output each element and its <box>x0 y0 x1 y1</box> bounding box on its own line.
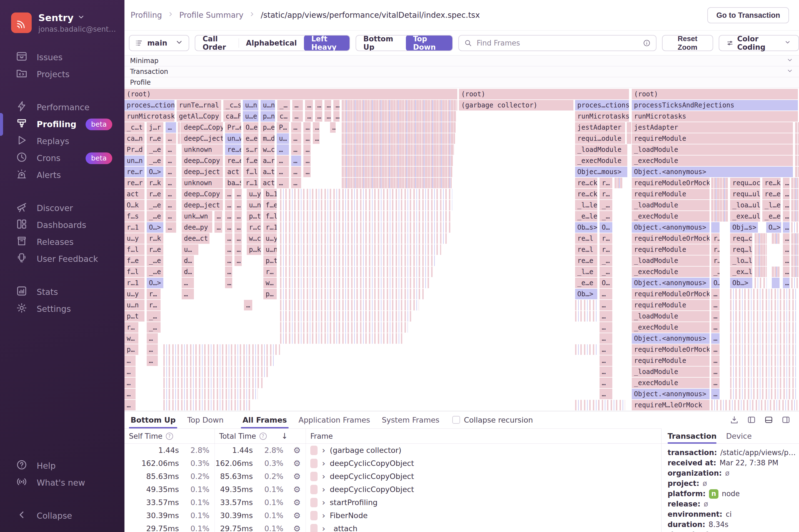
frame-cell[interactable]: r…c <box>247 222 261 233</box>
frame-cell[interactable]: O…e <box>243 122 258 133</box>
layout-left-icon[interactable] <box>747 415 756 424</box>
frame-cell[interactable]: … <box>711 300 720 310</box>
frame-cell[interactable]: p… <box>125 344 138 355</box>
frame-cell[interactable]: … <box>303 145 311 155</box>
frame-cell[interactable] <box>280 333 402 344</box>
frame-cell[interactable]: _c…st <box>223 100 241 111</box>
frame-cell[interactable] <box>791 200 798 210</box>
frame-cell[interactable]: _… <box>599 200 612 210</box>
sidebar-item-settings[interactable]: Settings <box>0 300 125 317</box>
frame-cell[interactable] <box>280 211 452 222</box>
frame-cell[interactable] <box>342 145 454 155</box>
frame-cell[interactable]: _loadModule <box>632 311 709 322</box>
frame-cell-name[interactable]: ›(garbage collector) <box>306 445 661 455</box>
frame-cell-name[interactable]: ›startProfiling <box>306 498 661 507</box>
frame-cell[interactable]: _e…e <box>762 211 781 222</box>
frame-cell[interactable]: deep…Copy <box>182 189 223 200</box>
frame-cell[interactable]: … <box>315 100 322 111</box>
frame-cell[interactable]: O…> <box>147 278 163 288</box>
tab-top-down[interactable]: Top Down <box>184 411 227 429</box>
frame-cell[interactable] <box>791 267 798 277</box>
frame-cell[interactable] <box>342 111 456 121</box>
frame-cell[interactable]: p…n <box>261 111 275 121</box>
frame-cell[interactable]: … <box>235 222 242 233</box>
frame-cell[interactable]: _exe…ule <box>730 211 760 222</box>
details-tab-transaction[interactable]: Transaction <box>668 429 717 444</box>
frame-cell[interactable]: … <box>166 122 176 133</box>
sidebar-item-stats[interactable]: Stats <box>0 284 125 300</box>
frame-cell[interactable]: Objec…mous> <box>575 167 627 177</box>
frame-cell[interactable]: … <box>225 233 232 244</box>
frame-cell[interactable]: … <box>599 322 612 332</box>
frame-cell[interactable]: r…k <box>147 178 163 188</box>
tab-bottom-up[interactable]: Bottom Up <box>127 411 179 429</box>
frame-cell[interactable]: ba…$1 <box>225 178 241 188</box>
frame-cell[interactable] <box>711 211 728 222</box>
sidebar-item-what-s-new[interactable]: What's new <box>0 474 125 491</box>
frame-cell[interactable] <box>342 167 452 177</box>
frame-cell[interactable]: f…l <box>243 167 258 177</box>
frame-cell[interactable] <box>730 311 797 322</box>
frame-cell-name[interactable]: ›deepCyclicCopyObject <box>306 485 661 494</box>
frame-cell[interactable]: … <box>166 211 176 222</box>
frame-cell[interactable]: … <box>711 378 720 388</box>
frame-cell[interactable]: … <box>277 155 289 166</box>
frame-cell[interactable]: … <box>711 389 720 399</box>
frame-cell[interactable] <box>280 300 419 310</box>
frame-cell[interactable] <box>342 100 457 111</box>
frame-cell[interactable]: … <box>147 344 158 355</box>
frame-cell[interactable]: r… <box>599 178 612 188</box>
frame-cell[interactable]: Object.<anonymous> <box>632 167 793 177</box>
frame-cell[interactable]: u…n <box>247 200 261 210</box>
sidebar-item-dashboards[interactable]: Dashboards <box>0 216 125 233</box>
frame-cell[interactable] <box>730 300 797 310</box>
frame-cell[interactable] <box>280 233 447 244</box>
frame-cell[interactable]: … <box>303 122 311 133</box>
frame-cell[interactable]: _execModule <box>632 155 793 166</box>
frame-cell[interactable]: … <box>303 155 311 166</box>
tab-all-frames[interactable]: All Frames <box>239 411 290 429</box>
frame-cell[interactable]: … <box>303 167 311 177</box>
sidebar-item-crons[interactable]: Cronsbeta <box>0 150 125 167</box>
frame-cell[interactable] <box>772 267 780 277</box>
frame-cell[interactable]: r… <box>147 289 161 299</box>
frame-cell[interactable] <box>711 222 720 233</box>
sorting-option-call-order[interactable]: Call Order <box>195 35 239 51</box>
frame-cell[interactable] <box>791 178 798 188</box>
frame-cell[interactable]: _loadModule <box>632 200 709 210</box>
frame-cell[interactable]: … <box>783 178 789 188</box>
layout-right-icon[interactable] <box>781 415 791 424</box>
frame-cell-name[interactable]: ›FiberNode <box>306 511 661 520</box>
chevron-right-icon[interactable]: › <box>322 459 325 468</box>
frame-cell[interactable] <box>342 155 453 166</box>
frame-cell[interactable]: … <box>244 300 252 310</box>
frame-cell[interactable]: … <box>292 100 303 111</box>
frame-cell[interactable]: runMicrotasks <box>575 111 629 121</box>
frame-cell[interactable] <box>575 311 597 322</box>
sidebar-item-profiling[interactable]: Profilingbeta <box>0 116 125 133</box>
frame-cell[interactable]: requireModuleOrMock <box>632 178 709 188</box>
frame-cell[interactable]: requireModule <box>632 356 709 366</box>
section-row-transaction[interactable]: Transaction <box>125 66 799 77</box>
frame-cell[interactable]: … <box>599 333 612 344</box>
frame-cell[interactable]: runTe…rnal <box>177 100 221 111</box>
frame-cell[interactable] <box>615 178 622 188</box>
frame-cell[interactable]: … <box>711 289 720 299</box>
frame-cell[interactable] <box>711 178 728 188</box>
frame-cell[interactable]: u…y <box>125 233 145 244</box>
frame-cell[interactable] <box>795 155 799 166</box>
frame-cell[interactable]: … <box>147 333 158 344</box>
frame-cell[interactable] <box>730 366 797 377</box>
frame-cell[interactable]: _l…e <box>762 200 781 210</box>
table-row[interactable]: 33.57ms0.1%33.57ms0.1%⚙›startProfiling <box>125 496 661 509</box>
frame-cell[interactable] <box>280 222 451 233</box>
frame-cell[interactable]: … <box>711 322 720 332</box>
frame-cell[interactable] <box>730 289 797 299</box>
frame-cell[interactable]: (garbage collector) <box>459 100 573 111</box>
frame-cell[interactable]: r…k <box>147 233 163 244</box>
frame-cell[interactable]: … <box>166 178 176 188</box>
frame-cell[interactable] <box>280 322 408 332</box>
frame-cell[interactable]: … <box>235 244 242 255</box>
frame-cell[interactable]: re…ck <box>575 178 597 188</box>
frame-cell[interactable]: _…e <box>147 255 163 266</box>
